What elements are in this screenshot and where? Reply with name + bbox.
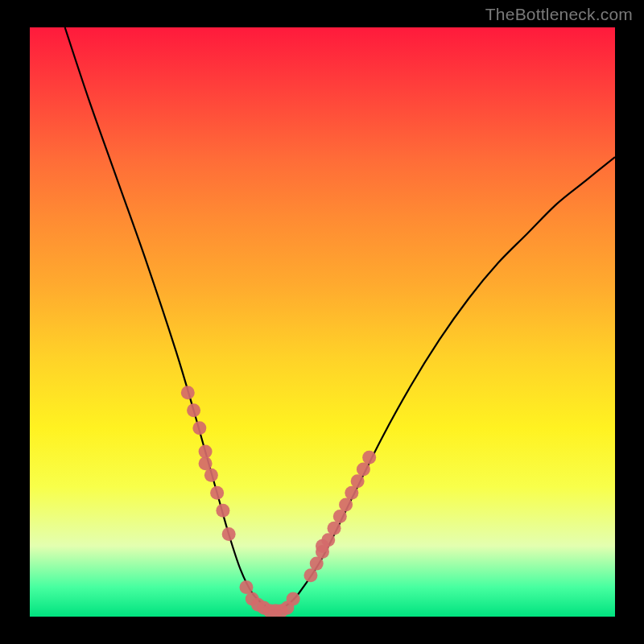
marker-dot — [222, 527, 236, 541]
chart-frame: TheBottleneck.com — [0, 0, 644, 644]
marker-dot — [333, 510, 347, 523]
marker-dot — [321, 533, 335, 547]
marker-dot — [287, 592, 300, 606]
marker-dot — [362, 451, 376, 464]
marker-dot — [303, 568, 317, 582]
marker-dot — [310, 557, 324, 571]
marker-dot — [328, 522, 341, 535]
watermark-text: TheBottleneck.com — [485, 5, 633, 24]
marker-dot — [192, 421, 206, 435]
marker-dot — [181, 386, 195, 399]
marker-dot — [187, 403, 200, 417]
marker-dot — [199, 445, 213, 459]
marker-dot — [339, 497, 353, 511]
marker-dot — [351, 474, 365, 488]
curve-markers — [181, 386, 376, 617]
marker-dot — [210, 486, 224, 500]
marker-dot — [357, 463, 370, 477]
marker-dot — [345, 486, 358, 500]
curve-svg — [30, 27, 615, 617]
marker-dot — [199, 456, 213, 470]
marker-dot — [239, 580, 253, 594]
marker-dot — [204, 469, 218, 482]
marker-dot — [216, 504, 229, 518]
plot-area — [30, 27, 615, 617]
